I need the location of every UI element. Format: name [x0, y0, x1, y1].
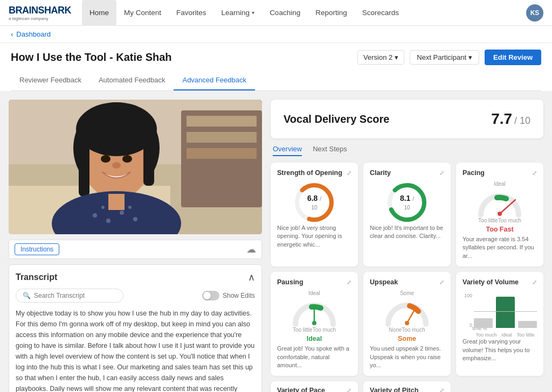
- metric-name: Pacing: [463, 169, 485, 177]
- transcript-toggle-icon[interactable]: ∧: [248, 271, 255, 283]
- metric-desc: Nice job! It's important to be clear and…: [370, 224, 444, 241]
- score-value-container: 7.7 / 10: [491, 110, 530, 128]
- svg-point-13: [122, 155, 132, 163]
- too-much-label: Too much: [402, 327, 425, 333]
- y-axis-labels: 100 0: [463, 293, 472, 328]
- nav-item-favorites[interactable]: Favorites: [169, 0, 214, 26]
- metric-desc: Great job! You spoke with a comfortable,…: [277, 345, 351, 369]
- metric-result: Ideal: [307, 335, 322, 342]
- bar-inactive: [518, 321, 537, 328]
- metric-pausing: Pausing ⤢ Ideal: [271, 272, 358, 376]
- breadcrumb-label: Dashboard: [16, 30, 51, 38]
- svg-point-28: [498, 212, 502, 216]
- metric-name: Clarity: [370, 169, 391, 177]
- video-container: [9, 100, 262, 234]
- expand-icon[interactable]: ⤢: [347, 387, 351, 392]
- toggle-switch[interactable]: [202, 291, 219, 300]
- edit-review-button[interactable]: Edit Review: [485, 50, 541, 65]
- gauge-labels: Too little Too much: [293, 327, 336, 333]
- svg-rect-10: [79, 132, 89, 197]
- nav-item-home[interactable]: Home: [82, 0, 116, 26]
- tab-reviewer-feedback[interactable]: Reviewer Feedback: [11, 71, 90, 90]
- bar-ideal: [496, 293, 515, 328]
- version-select[interactable]: Version 2 ▾: [357, 50, 404, 65]
- metric-name: Variety of Pace: [277, 387, 325, 392]
- nav-item-coaching[interactable]: Coaching: [262, 0, 308, 26]
- metric-desc: Great job varying your volume! This help…: [463, 338, 537, 362]
- svg-point-19: [133, 217, 137, 221]
- x-axis-labels: Too much Ideal Too little: [473, 332, 537, 338]
- svg-rect-5: [187, 148, 257, 159]
- breadcrumb[interactable]: ‹ Dashboard: [11, 30, 541, 38]
- expand-icon[interactable]: ⤢: [347, 170, 351, 177]
- x-label-too-much: Too much: [475, 332, 496, 338]
- logo-sub: a bigtincan company: [9, 16, 71, 21]
- next-participant-button[interactable]: Next Participant ▾: [410, 50, 479, 65]
- left-panel: Instructions ☁ Transcript ∧ 🔍 Show Edits: [9, 100, 262, 392]
- page-header-actions: Version 2 ▾ Next Participant ▾ Edit Revi…: [357, 50, 541, 65]
- main-content: Instructions ☁ Transcript ∧ 🔍 Show Edits: [0, 91, 552, 392]
- right-panel: Vocal Delivery Score 7.7 / 10 Overview N…: [271, 100, 543, 392]
- svg-rect-3: [187, 116, 257, 127]
- search-icon: 🔍: [23, 292, 31, 299]
- metric-chart: 100 0: [463, 290, 537, 338]
- toggle-knob: [203, 292, 211, 299]
- gauge-labels: Too little Too much: [478, 218, 521, 223]
- transcript-title: Transcript: [16, 272, 57, 282]
- chevron-down-icon: ▾: [395, 53, 398, 61]
- breadcrumb-bar: ‹ Dashboard: [0, 26, 552, 43]
- metric-result: Too Fast: [486, 226, 513, 233]
- tab-overview[interactable]: Overview: [273, 145, 302, 156]
- svg-point-12: [101, 155, 111, 163]
- empty-cell: [456, 381, 543, 392]
- expand-icon[interactable]: ⤢: [347, 279, 351, 286]
- svg-point-20: [101, 206, 105, 209]
- video-placeholder: [9, 100, 262, 234]
- metric-chart: Ideal Too lit: [463, 181, 537, 235]
- tab-advanced-feedback[interactable]: Advanced Feedback: [174, 71, 255, 90]
- page-title: How I Use the Tool - Katie Shah: [11, 51, 172, 64]
- search-box: 🔍: [16, 289, 123, 303]
- tab-next-steps[interactable]: Next Steps: [313, 145, 347, 156]
- score-title: Vocal Delivery Score: [284, 113, 389, 125]
- cloud-icon[interactable]: ☁: [246, 243, 256, 255]
- nav-item-learning[interactable]: Learning ▾: [214, 0, 263, 26]
- bar-active: [496, 297, 515, 328]
- nav-item-scorecards[interactable]: Scorecards: [355, 0, 406, 26]
- metric-chart: Some None Too much: [370, 290, 444, 345]
- metric-desc: Nice job! A very strong opening. Your op…: [277, 224, 351, 249]
- gauge-svg: [290, 297, 339, 327]
- y-label: 100: [464, 293, 472, 298]
- expand-icon[interactable]: ⤢: [532, 279, 537, 286]
- expand-icon[interactable]: ⤢: [532, 170, 537, 177]
- instructions-button[interactable]: Instructions: [15, 243, 59, 255]
- score-card: Vocal Delivery Score 7.7 / 10: [271, 100, 543, 138]
- avatar[interactable]: KS: [526, 4, 543, 22]
- logo-text: BRAINSHARK: [9, 5, 71, 16]
- x-label-too-little: Too little: [517, 332, 535, 338]
- bar-chart: 100 0: [463, 290, 537, 328]
- overview-tabs: Overview Next Steps: [271, 145, 543, 156]
- nav-item-my-content[interactable]: My Content: [116, 0, 169, 26]
- donut-value: 8.1: [400, 194, 410, 202]
- metric-pacing: Pacing ⤢ Ideal: [456, 163, 543, 267]
- expand-icon[interactable]: ⤢: [439, 387, 444, 392]
- gauge-svg: [383, 297, 431, 327]
- transcript-text: My objective today is to show you how I …: [16, 308, 255, 392]
- too-much-label: Too much: [313, 327, 336, 333]
- search-input[interactable]: [34, 292, 116, 299]
- tab-automated-feedback[interactable]: Automated Feedback: [90, 71, 174, 90]
- bars-container: [474, 293, 537, 328]
- nav-bar: BRAINSHARK a bigtincan company Home My C…: [0, 0, 552, 26]
- expand-icon[interactable]: ⤢: [439, 170, 444, 177]
- svg-point-14: [112, 162, 121, 169]
- nav-item-reporting[interactable]: Reporting: [308, 0, 355, 26]
- metric-name: Strength of Opening: [277, 169, 342, 177]
- transcript-search-bar: 🔍 Show Edits: [16, 289, 255, 303]
- show-edits-label: Show Edits: [223, 292, 255, 299]
- x-label-ideal: Ideal: [501, 332, 512, 338]
- donut-value: 6.8: [307, 194, 318, 202]
- too-little-label: Too little: [293, 327, 313, 333]
- expand-icon[interactable]: ⤢: [439, 279, 444, 286]
- transcript-section: Transcript ∧ 🔍 Show Edits My objective t…: [9, 264, 262, 392]
